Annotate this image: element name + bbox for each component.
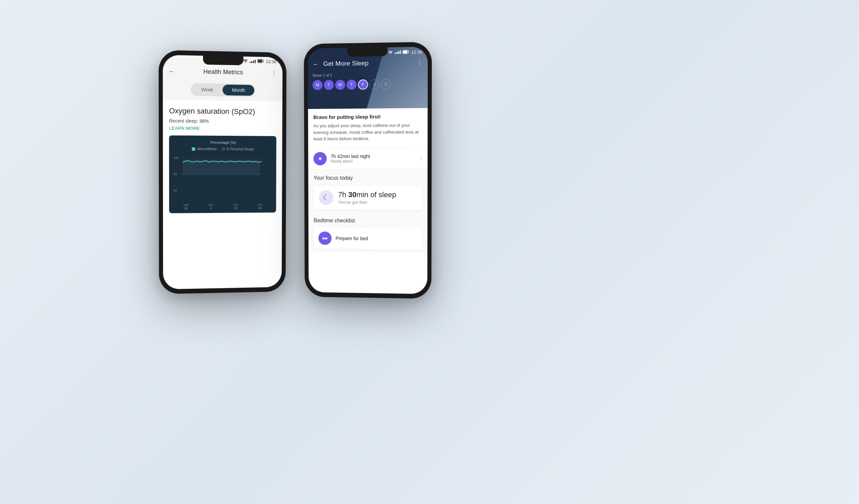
tab-month[interactable]: Month xyxy=(223,84,255,96)
sleep-more-icon[interactable]: ⋮ xyxy=(416,58,423,67)
metric-title: Oxygen saturation (SpO2) xyxy=(169,107,276,117)
hm-toolbar: ← Health Metrics ⋮ xyxy=(163,63,283,80)
bedtime-section: Bedtime checklist 🛏 Prepare for bed xyxy=(308,212,427,253)
chart-svg: 100 90 80 xyxy=(173,154,272,202)
focus-text: 7h 30min of sleep You've got this! xyxy=(338,190,417,205)
focus-hours: 7h xyxy=(338,190,346,199)
chart-day-jul12: 12 xyxy=(233,207,238,210)
sleep-day-t2: T xyxy=(347,79,357,90)
chart-label-jul12: JUL 12 xyxy=(233,203,238,210)
legend-above-below-label: Above/Below xyxy=(197,147,217,151)
focus-subtitle: You've got this! xyxy=(338,200,417,205)
legend-teal-dot xyxy=(192,147,195,151)
chart-month-jun25: JUN xyxy=(183,204,189,207)
chart-legend: Above/Below In Personal Range xyxy=(173,147,272,151)
phone-left: 12:30 ← Health Metrics ⋮ Week Month Oxyg… xyxy=(159,50,287,294)
day-circle-t1: T xyxy=(324,80,334,90)
battery-icon-right xyxy=(403,49,409,55)
svg-line-2 xyxy=(173,158,272,158)
star-icon: ★ xyxy=(318,155,322,162)
hm-tabs: Week Month xyxy=(163,78,283,101)
phone-left-notch xyxy=(203,56,243,65)
sleep-week-row: Week 1 of 2 M T W T F xyxy=(308,69,428,94)
chart-month-jul22: JUL xyxy=(257,203,263,207)
chart-day-jul22: 22 xyxy=(257,207,263,210)
last-night-row[interactable]: ★ 7h 42min last night Nicely done! › xyxy=(308,147,427,170)
sleep-day-w: W xyxy=(335,80,345,90)
sleep-day-f: F xyxy=(358,79,368,90)
sleep-day-m: M xyxy=(312,80,322,90)
focus-unit: min of sleep xyxy=(356,190,396,199)
chart-x-labels: JUN 25 JUL 3 JUL 12 JUL 22 xyxy=(173,203,272,210)
day-circle-s2: S xyxy=(381,79,391,90)
chart-day-jun25: 25 xyxy=(183,207,189,210)
signal-bars-right xyxy=(395,51,401,54)
legend-personal-range: In Personal Range xyxy=(222,147,254,151)
phone-left-screen: 12:30 ← Health Metrics ⋮ Week Month Oxyg… xyxy=(163,55,283,289)
chart-label-jul22: JUL 22 xyxy=(257,203,263,210)
last-night-title: 7h 42min last night xyxy=(331,153,416,159)
back-icon-left[interactable]: ← xyxy=(168,67,175,75)
chart-area: 100 90 80 xyxy=(173,154,272,202)
focus-section: Your focus today ☾ 7h 30min of sleep You… xyxy=(308,169,428,213)
sleep-days: M T W T F S xyxy=(312,79,423,90)
more-icon-left[interactable]: ⋮ xyxy=(270,69,277,77)
phone-right: 12:30 ← Get More Sleep ⋮ Week 1 of 2 M T xyxy=(304,42,432,299)
last-night-icon: ★ xyxy=(313,152,327,165)
tab-container: Week Month xyxy=(191,83,255,97)
legend-above-below: Above/Below xyxy=(192,147,217,151)
focus-section-title: Your focus today xyxy=(313,175,422,181)
prepare-card: 🛏 Prepare for bed xyxy=(314,227,422,250)
svg-text:100: 100 xyxy=(174,156,179,160)
day-circle-s1: S xyxy=(370,79,379,90)
prepare-label: Prepare for bed xyxy=(335,235,368,241)
chart-month-jul12: JUL xyxy=(233,203,238,207)
hm-title: Health Metrics xyxy=(179,68,267,77)
day-circle-w: W xyxy=(335,80,345,90)
wifi-icon-left xyxy=(243,59,248,64)
sleep-day-s2: S xyxy=(381,79,391,90)
sleep-toolbar: ← Get More Sleep ⋮ xyxy=(308,56,427,71)
bedtime-title: Bedtime checklist xyxy=(314,217,422,224)
wifi-icon-right xyxy=(388,49,393,55)
battery-icon-left xyxy=(257,59,264,64)
day-circle-m: M xyxy=(312,80,322,90)
last-night-text: 7h 42min last night Nicely done! xyxy=(331,153,416,163)
chart-label-jun25: JUN 25 xyxy=(183,204,189,210)
sleep-day-s1: S xyxy=(370,79,379,90)
hm-chart: Percentage (%) Above/Below In Personal R… xyxy=(169,136,276,213)
last-night-chevron: › xyxy=(420,155,422,162)
week-label: Week 1 of 2 xyxy=(312,72,423,77)
svg-text:80: 80 xyxy=(174,189,177,192)
tab-week[interactable]: Week xyxy=(192,84,223,96)
phone-right-screen: 12:30 ← Get More Sleep ⋮ Week 1 of 2 M T xyxy=(308,47,427,294)
legend-gray-dot xyxy=(222,147,225,151)
legend-personal-range-label: In Personal Range xyxy=(226,147,254,151)
svg-rect-10 xyxy=(403,51,408,53)
learn-more-link[interactable]: LEARN MORE xyxy=(169,126,276,132)
prepare-icon: 🛏 xyxy=(318,231,332,245)
focus-card: ☾ 7h 30min of sleep You've got this! xyxy=(313,186,422,210)
day-circle-t2: T xyxy=(347,79,357,90)
moon-icon: ☾ xyxy=(323,193,330,202)
sleep-day-t1: T xyxy=(324,80,334,90)
sleep-back-icon[interactable]: ← xyxy=(312,60,319,68)
hm-content: Oxygen saturation (SpO2) Recent sleep: 9… xyxy=(163,99,282,217)
bed-icon: 🛏 xyxy=(322,235,328,241)
status-time-left: 12:30 xyxy=(266,59,276,64)
chart-title: Percentage (%) xyxy=(173,140,272,145)
svg-line-4 xyxy=(173,190,272,191)
svg-rect-1 xyxy=(258,60,262,62)
last-night-sub: Nicely done! xyxy=(331,159,416,163)
chart-label-jul3: JUL 3 xyxy=(208,203,214,210)
day-circle-f: F xyxy=(358,79,368,90)
focus-icon: ☾ xyxy=(319,190,333,205)
sleep-status-time: 12:30 xyxy=(411,49,422,55)
signal-bars-left xyxy=(250,59,256,63)
focus-minutes: 30 xyxy=(348,190,356,199)
focus-duration: 7h 30min of sleep xyxy=(338,190,417,200)
chart-day-jul3: 3 xyxy=(208,207,214,210)
sleep-content-area: Bravo for putting sleep first! As you ad… xyxy=(308,108,427,253)
svg-text:90: 90 xyxy=(174,172,177,176)
bravo-title: Bravo for putting sleep first! xyxy=(313,113,422,120)
